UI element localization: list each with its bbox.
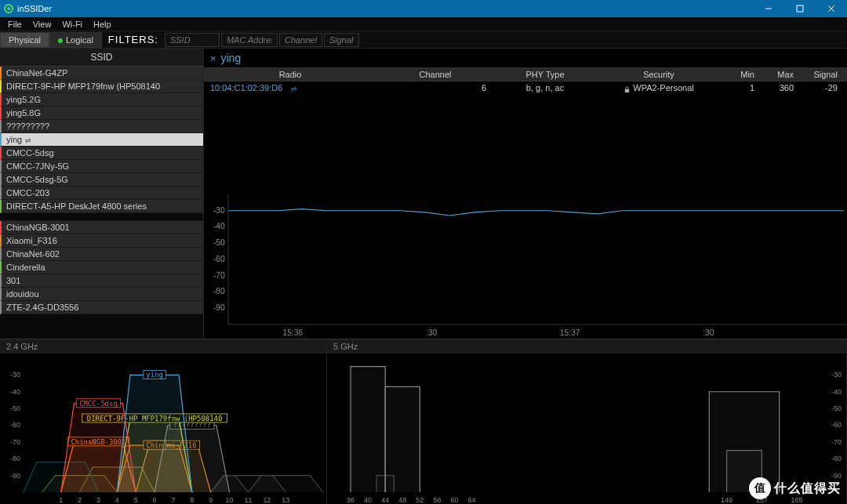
ssid-item[interactable]: CMCC-203 <box>0 187 203 200</box>
svg-text:-70: -70 <box>831 438 842 446</box>
svg-text:36: 36 <box>347 496 354 504</box>
filters-label: FILTERS: <box>102 34 165 45</box>
ssid-sidebar: SSID ChinaNet-G4ZPDIRECT-9F-HP MFP179fnw… <box>0 49 204 339</box>
svg-text:5: 5 <box>134 496 138 504</box>
toolbar: Physical Logical FILTERS: <box>0 31 847 49</box>
col-radio[interactable]: Radio <box>204 70 376 79</box>
svg-text:64: 64 <box>468 496 476 504</box>
band-5-header: 5 GHz <box>327 339 846 354</box>
svg-text:8: 8 <box>190 496 194 504</box>
ssid-item[interactable]: idouidou <box>0 288 203 301</box>
svg-text:-30: -30 <box>213 206 225 215</box>
svg-text:-80: -80 <box>10 455 20 462</box>
detail-title: × ying <box>204 49 847 67</box>
svg-text:-40: -40 <box>213 223 225 231</box>
menu-view[interactable]: View <box>28 19 56 30</box>
svg-text:4: 4 <box>115 496 119 504</box>
col-min[interactable]: Min <box>722 70 761 79</box>
svg-text:-30: -30 <box>10 371 20 379</box>
link-icon: ⇄ <box>25 136 31 144</box>
col-security[interactable]: Security <box>596 70 722 79</box>
svg-text:-40: -40 <box>831 388 842 396</box>
watermark-text: 什么值得买 <box>774 480 841 497</box>
ssid-item[interactable]: CMCC-5dsg <box>0 147 203 160</box>
svg-text:ying: ying <box>146 371 163 379</box>
svg-text:7: 7 <box>171 496 175 504</box>
ssid-item[interactable]: ChinaNet-G4ZP <box>0 67 203 80</box>
menu-wifi[interactable]: Wi-Fi <box>57 19 87 30</box>
maximize-button[interactable] <box>784 0 816 17</box>
menu-bar: File View Wi-Fi Help <box>0 17 847 31</box>
cell-security: WPA2-Personal <box>596 83 722 92</box>
close-button[interactable] <box>816 0 847 17</box>
filter-channel-input[interactable] <box>279 33 322 47</box>
detail-pane: × ying Radio Channel PHY Type Security M… <box>204 49 847 339</box>
svg-text:12: 12 <box>263 496 271 504</box>
svg-text:40: 40 <box>364 496 372 504</box>
svg-text:-70: -70 <box>10 438 20 446</box>
band-24ghz: 2.4 GHz -30-40-50-60-70-80-9012345678910… <box>0 339 327 504</box>
svg-text:9: 9 <box>209 496 213 504</box>
svg-text:44: 44 <box>381 496 389 504</box>
cell-phy: b, g, n, ac <box>494 83 596 92</box>
lock-icon <box>623 85 631 92</box>
ssid-item[interactable]: CMCC-7JNy-5G <box>0 160 203 173</box>
cell-channel: 6 <box>376 83 494 92</box>
ssid-item[interactable]: ZTE-2.4G-DD3556 <box>0 301 203 314</box>
svg-text:15:37: 15:37 <box>560 328 580 337</box>
svg-text:-60: -60 <box>213 255 225 263</box>
svg-text:CMCC-5dsg: CMCC-5dsg <box>79 400 118 408</box>
filter-ssid-input[interactable] <box>165 33 220 47</box>
link-icon: ⇄ <box>291 85 297 92</box>
svg-text:-50: -50 <box>213 238 225 247</box>
svg-text::30: :30 <box>426 328 438 337</box>
menu-file[interactable]: File <box>3 19 27 30</box>
band-24-header: 2.4 GHz <box>0 339 326 354</box>
ssid-spacer <box>0 213 203 221</box>
svg-text:11: 11 <box>245 496 253 504</box>
ssid-item[interactable]: ying5.8G <box>0 107 203 120</box>
cell-radio: 10:04:C1:02:39:D6 ⇄ <box>204 83 376 93</box>
detail-close-icon[interactable]: × <box>210 53 216 64</box>
window-title: inSSIDer <box>17 4 753 13</box>
ssid-item[interactable]: ChinaNGB-3001 <box>0 221 203 234</box>
ssid-item[interactable]: DIRECT-9F-HP MFP179fnw (HP508140 <box>0 80 203 93</box>
col-signal[interactable]: Signal <box>800 70 847 79</box>
col-channel[interactable]: Channel <box>376 70 494 79</box>
watermark: 值 什么值得买 <box>749 477 841 499</box>
ssid-list: ChinaNet-G4ZPDIRECT-9F-HP MFP179fnw (HP5… <box>0 67 203 314</box>
col-phy[interactable]: PHY Type <box>494 70 596 79</box>
ssid-item[interactable]: DIRECT-A5-HP DeskJet 4800 series <box>0 200 203 213</box>
tab-logical[interactable]: Logical <box>49 32 102 48</box>
ssid-item[interactable]: ChinaNet-602 <box>0 248 203 261</box>
svg-text:-40: -40 <box>10 388 20 396</box>
ssid-item[interactable]: 301 <box>0 274 203 288</box>
svg-text:-80: -80 <box>831 455 842 462</box>
col-max[interactable]: Max <box>761 70 800 79</box>
svg-text:48: 48 <box>398 496 406 504</box>
svg-text:-50: -50 <box>10 404 20 412</box>
svg-text:-30: -30 <box>831 371 842 379</box>
ssid-item[interactable]: ying⇄ <box>0 133 203 147</box>
svg-text:56: 56 <box>433 496 441 504</box>
app-icon <box>3 3 14 14</box>
ssid-item[interactable]: Cinderella <box>0 261 203 274</box>
svg-text:52: 52 <box>416 496 424 504</box>
minimize-button[interactable] <box>753 0 784 17</box>
svg-text:-90: -90 <box>10 472 20 480</box>
ssid-header[interactable]: SSID <box>0 49 203 67</box>
svg-rect-3 <box>797 5 803 12</box>
menu-help[interactable]: Help <box>89 19 116 30</box>
cell-max: 360 <box>761 83 800 92</box>
ssid-item[interactable]: ????????? <box>0 120 203 133</box>
ssid-item[interactable]: ying5.2G <box>0 93 203 107</box>
detail-row[interactable]: 10:04:C1:02:39:D6 ⇄ 6 b, g, n, ac WPA2-P… <box>204 82 847 94</box>
filter-signal-input[interactable] <box>324 33 359 47</box>
filter-mac-input[interactable] <box>221 33 278 47</box>
svg-text:-90: -90 <box>213 303 225 312</box>
tab-physical[interactable]: Physical <box>0 32 49 48</box>
svg-text::30: :30 <box>703 328 714 337</box>
ssid-item[interactable]: Xiaomi_F316 <box>0 234 203 248</box>
ssid-item[interactable]: CMCC-5dsg-5G <box>0 173 203 187</box>
signal-timeline-chart: -30-40-50-60-70-80-9015:36:3015:37:30 <box>204 190 847 339</box>
